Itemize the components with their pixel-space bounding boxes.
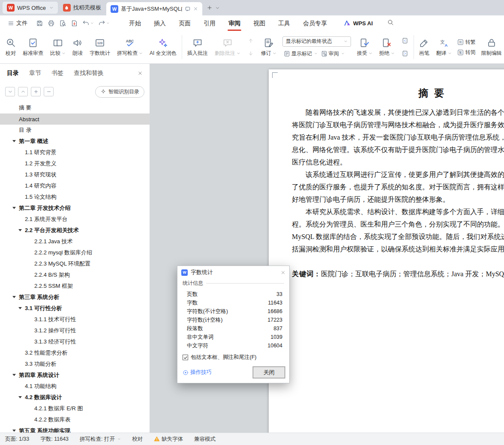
export-pdf-button[interactable] [69,18,80,29]
toc-item[interactable]: Abstract [0,113,150,125]
toc-item[interactable]: 1.4 研究内容 [0,180,150,191]
close-button[interactable]: 关闭 [253,367,285,378]
dialog-close-icon[interactable] [281,270,285,275]
tab-审阅[interactable]: 审阅 [222,15,247,31]
toc-item[interactable]: 摘 要 [0,102,150,113]
expand-arrow-icon[interactable] [18,229,22,231]
toc-item[interactable]: 2.2.4 B/S 架构 [0,269,150,281]
toc-item[interactable]: 1.2 开发意义 [0,158,150,169]
proofread-status-button[interactable]: 校对 [132,436,143,443]
expand-all-button[interactable] [18,87,28,96]
toc-item[interactable]: 3.1.3 经济可行性 [0,336,150,347]
previous-change-button[interactable] [400,36,410,45]
new-tab-button[interactable] [207,5,213,11]
tab-工具[interactable]: 工具 [272,15,297,31]
accept-button[interactable]: 接受 [354,33,376,61]
document-tab[interactable]: W 基于Java+SSM+MySQL的医 [106,2,202,15]
tab-插入[interactable]: 插入 [147,15,172,31]
to-traditional-button[interactable]: 简转繁 [457,39,476,46]
undo-button[interactable] [81,18,96,29]
spell-check-indicator[interactable]: 拼写检查: 打开 [80,436,121,443]
docer-template-tab[interactable]: 找稻壳模板 [59,2,105,14]
toc-item[interactable]: 第一章 概述 [0,136,150,147]
toc-item[interactable]: 2.2.5 SSM 框架 [0,281,150,292]
tab-会员专享[interactable]: 会员专享 [297,15,333,31]
print-button[interactable] [46,18,57,29]
sidebar-tab-查找和替换[interactable]: 查找和替换 [74,69,104,77]
toc-item[interactable]: 第二章 开发技术介绍 [0,203,150,214]
toc-item[interactable]: 3.2 性能需求分析 [0,347,150,358]
ai-polish-button[interactable]: AI 全文润色 [146,33,180,61]
reject-button[interactable]: 拒绝 [376,33,398,61]
document-page[interactable]: 摘 要 随着网络技术的飞速发展，其便捷性已深入渗透到日常生活的各个领域将医院门诊… [269,69,504,433]
toc-item[interactable]: 4.1 功能结构 [0,381,150,392]
translate-button[interactable]: 文A翻译 [433,33,455,61]
toc-item[interactable]: 3.1 可行性分析 [0,303,150,314]
toc-item[interactable]: 第五章 系统功能实现 [0,425,150,433]
restrict-edit-button[interactable]: 限制编辑 [478,33,504,61]
expand-arrow-icon[interactable] [12,140,16,142]
missing-font-warning[interactable]: 缺失字体 [154,436,183,443]
toc-item[interactable]: 3.3 功能分析 [0,358,150,370]
spell-check-button[interactable]: ABC拼写检查 [114,33,146,61]
show-markup-button[interactable]: 显示标记 [282,49,319,58]
toc-item[interactable]: 2.1 系统开发平台 [0,214,150,225]
proofread-button[interactable]: 校对 [2,33,19,61]
wps-office-menu[interactable]: W WPS Office [3,2,58,14]
search-icon[interactable] [387,19,394,26]
expand-arrow-icon[interactable] [18,396,22,398]
toc-item[interactable]: 2.2.3 MySQL 环境配置 [0,258,150,269]
wps-ai-button[interactable]: WPS AI [344,20,373,27]
include-textbox-checkbox[interactable]: 包括文本框、脚注和尾注(F) [183,354,284,361]
toc-item[interactable]: 目 录 [0,125,150,136]
toc-item[interactable]: 1.1 研究背景 [0,147,150,158]
tab-视图[interactable]: 视图 [247,15,272,31]
expand-arrow-icon[interactable] [12,374,16,376]
collapse-all-button[interactable] [5,87,15,96]
toc-item[interactable]: 4.2 数据库设计 [0,392,150,403]
compare-button[interactable]: 比较 [47,33,69,61]
toc-item[interactable]: 3.1.2 操作可行性 [0,325,150,336]
track-changes-button[interactable]: 修订 [258,33,280,61]
tab-引用[interactable]: 引用 [197,15,222,31]
tab-页面[interactable]: 页面 [172,15,197,31]
expand-arrow-icon[interactable] [12,207,16,209]
sidebar-tab-目录[interactable]: 目录 [7,69,19,77]
save-button[interactable] [34,18,45,29]
toc-item[interactable]: 第四章 系统设计 [0,370,150,381]
toc-item[interactable]: 4.2.1 数据库 E/R 图 [0,403,150,414]
toc-item[interactable]: 2.2 平台开发相关技术 [0,225,150,236]
dialog-titlebar[interactable]: W 字数统计 [177,266,289,279]
sidebar-tab-章节[interactable]: 章节 [29,69,41,77]
redo-button[interactable] [96,18,111,29]
file-menu-button[interactable]: 文件 [4,19,31,27]
tips-link[interactable]: 操作技巧 [183,369,212,376]
word-count-button[interactable]: 123字数统计 [86,33,114,61]
highlight-pen-button[interactable]: 画笔 [416,33,433,61]
close-document-icon[interactable] [193,6,198,11]
toc-item[interactable]: 1.3 研究现状 [0,169,150,180]
zoom-in-button[interactable] [31,87,41,96]
page-indicator[interactable]: 页面: 1/33 [5,436,29,443]
toc-item[interactable]: 3.1.1 技术可行性 [0,314,150,325]
previous-comment-button[interactable] [246,36,256,45]
standard-review-button[interactable]: 标准审查 [19,33,47,61]
word-count-indicator[interactable]: 字数: 11643 [40,436,69,443]
tab-list-chevron-icon[interactable] [215,6,220,10]
toc-item[interactable]: 1.5 论文结构 [0,191,150,203]
expand-arrow-icon[interactable] [12,430,16,432]
zoom-out-button[interactable] [44,87,54,96]
next-comment-button[interactable] [246,49,256,58]
expand-arrow-icon[interactable] [18,307,22,309]
smart-toc-button[interactable]: 智能识别目录 [95,86,144,98]
review-pane-button[interactable]: 审阅 [320,49,346,58]
read-aloud-button[interactable]: 朗读 [69,33,86,61]
tab-开始[interactable]: 开始 [123,15,147,31]
next-change-button[interactable] [400,49,410,58]
insert-comment-button[interactable]: 插入批注 [184,33,211,61]
expand-arrow-icon[interactable] [12,296,16,298]
toc-item[interactable]: 第三章 系统分析 [0,292,150,303]
to-simplified-button[interactable]: 繁转简 [457,49,476,56]
sidebar-tab-书签[interactable]: 书签 [51,69,63,77]
toc-item[interactable]: 2.2.2 mysql 数据库介绍 [0,247,150,258]
